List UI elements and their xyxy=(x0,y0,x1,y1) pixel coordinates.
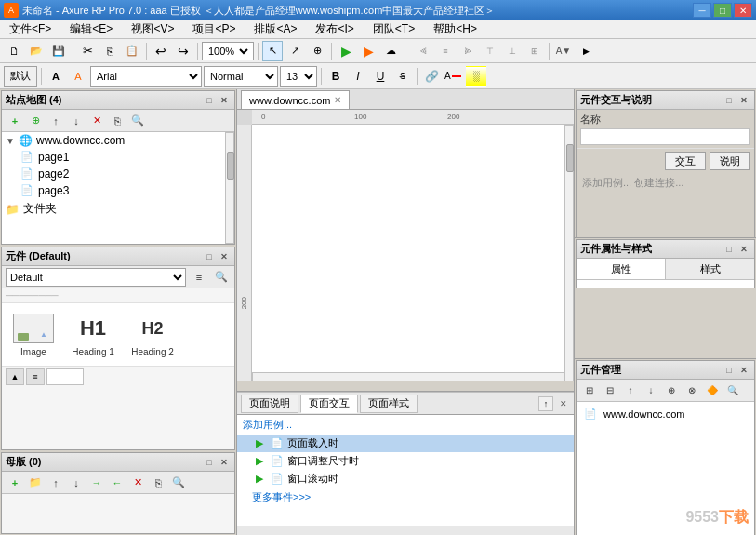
paste-button[interactable]: 📋 xyxy=(122,41,142,61)
mgmt-btn-4[interactable]: ↓ xyxy=(642,381,660,400)
widget-extra-3[interactable]: ___ xyxy=(46,368,84,385)
props-tab-attrs[interactable]: 属性 xyxy=(577,259,666,279)
font-select[interactable]: Arial xyxy=(90,66,202,87)
master-move-up-btn[interactable]: ↑ xyxy=(46,474,65,492)
canvas-drawing-area[interactable] xyxy=(252,125,574,381)
menu-team[interactable]: 团队<T> xyxy=(367,20,420,39)
save-button[interactable]: 💾 xyxy=(48,41,69,61)
redo-button[interactable]: ↪ xyxy=(173,41,193,61)
copy-button[interactable]: ⎘ xyxy=(99,41,120,61)
align-right[interactable]: ⫸ xyxy=(458,41,478,61)
font-color-btn[interactable]: A xyxy=(444,66,464,87)
mgmt-btn-7[interactable]: 🔶 xyxy=(703,381,722,400)
mgmt-btn-3[interactable]: ↑ xyxy=(621,381,640,400)
maximize-button[interactable]: □ xyxy=(713,3,732,18)
sitemap-scrollbar[interactable] xyxy=(225,132,234,244)
close-button[interactable]: ✕ xyxy=(734,3,752,18)
event-page-load[interactable]: ▶ 📄 页面载入时 xyxy=(237,435,574,452)
tab-page-interaction[interactable]: 页面交互 xyxy=(300,395,358,413)
event-window-scroll[interactable]: ▶ 📄 窗口滚动时 xyxy=(237,470,574,488)
connection-tool[interactable]: ↗ xyxy=(285,41,305,61)
widget-lib-select[interactable]: Default xyxy=(6,268,186,287)
sitemap-search-btn[interactable]: 🔍 xyxy=(128,112,147,130)
open-button[interactable]: 📂 xyxy=(26,41,46,61)
publish-button[interactable]: ▶ xyxy=(358,41,378,61)
bottom-panel-close[interactable]: ✕ xyxy=(557,397,570,410)
more-events-link[interactable]: 更多事件>>> xyxy=(237,488,574,507)
mgmt-btn-6[interactable]: ⊗ xyxy=(683,381,701,400)
preview-button[interactable]: ▶ xyxy=(336,41,356,61)
master-move-down-btn[interactable]: ↓ xyxy=(67,474,86,492)
menu-publish[interactable]: 发布<I> xyxy=(310,20,359,39)
text-style-btn[interactable]: A▼ xyxy=(553,41,574,61)
sitemap-expand-btn[interactable]: □ xyxy=(203,94,216,107)
widget-extra-2[interactable]: ≡ xyxy=(26,368,45,385)
master-close-btn[interactable]: ✕ xyxy=(218,456,231,469)
comp-mgmt-expand-btn[interactable]: □ xyxy=(723,364,736,377)
tab-page-note[interactable]: 页面说明 xyxy=(241,395,298,413)
link-button[interactable]: 🔗 xyxy=(421,66,442,87)
align-top[interactable]: ⊤ xyxy=(480,41,500,61)
master-add-folder-btn[interactable]: 📁 xyxy=(26,474,45,492)
menu-help[interactable]: 帮助<H> xyxy=(428,20,483,39)
widget-image[interactable]: Image xyxy=(6,307,61,362)
canvas-scrollbar-h[interactable] xyxy=(252,372,564,381)
sitemap-add-child-btn[interactable]: ⊕ xyxy=(26,112,45,130)
minimize-button[interactable]: ─ xyxy=(693,3,711,18)
master-expand-btn[interactable]: □ xyxy=(203,456,216,469)
strikethrough-button[interactable]: S̶ xyxy=(392,66,413,87)
master-search-btn[interactable]: 🔍 xyxy=(169,474,188,492)
widget-search-btn[interactable]: 🔍 xyxy=(212,268,231,287)
comp-props-expand-btn[interactable]: □ xyxy=(723,243,736,256)
zoom-control[interactable]: 100% 50% 75% 125% 150% xyxy=(202,42,254,60)
sitemap-move-up-btn[interactable]: ↑ xyxy=(46,112,65,130)
canvas-tab-close[interactable]: ✕ xyxy=(334,95,341,105)
comp-props-close-btn[interactable]: ✕ xyxy=(737,243,750,256)
menu-project[interactable]: 项目<P> xyxy=(187,20,241,39)
comp-mgmt-close-btn[interactable]: ✕ xyxy=(737,364,750,377)
cut-button[interactable]: ✂ xyxy=(77,41,98,61)
widgets-close-btn[interactable]: ✕ xyxy=(218,250,231,263)
menu-view[interactable]: 视图<V> xyxy=(126,20,179,39)
tree-root[interactable]: ▼ 🌐 www.downcc.com xyxy=(2,132,234,149)
mgmt-btn-2[interactable]: ⊟ xyxy=(601,381,619,400)
tree-page1[interactable]: 📄 page1 xyxy=(2,149,234,166)
tree-folder[interactable]: 📁 文件夹 xyxy=(2,199,234,219)
component-name-input[interactable] xyxy=(580,128,750,145)
master-delete-btn[interactable]: ✕ xyxy=(128,474,147,492)
menu-edit[interactable]: 编辑<E> xyxy=(64,20,118,39)
undo-button[interactable]: ↩ xyxy=(151,41,171,61)
italic-button[interactable]: I xyxy=(348,66,368,87)
sitemap-duplicate-btn[interactable]: ⎘ xyxy=(108,112,126,130)
mgmt-btn-1[interactable]: ⊞ xyxy=(580,381,599,400)
bottom-panel-expand[interactable]: ↑ xyxy=(538,396,553,411)
menu-file[interactable]: 文件<F> xyxy=(4,20,57,39)
widget-menu-btn[interactable]: ≡ xyxy=(190,268,208,287)
widget-heading2[interactable]: H2 Heading 2 xyxy=(125,307,180,362)
crop-tool[interactable]: ⊕ xyxy=(307,41,327,61)
add-use-case-hint[interactable]: 添加用例... xyxy=(237,415,574,435)
zoom-select[interactable]: 100% 50% 75% 125% 150% xyxy=(205,45,251,58)
sitemap-move-down-btn[interactable]: ↓ xyxy=(67,112,86,130)
align-left[interactable]: ⫷ xyxy=(413,41,433,61)
menu-arrange[interactable]: 排版<A> xyxy=(248,20,302,39)
select-tool[interactable]: ↖ xyxy=(262,41,283,61)
distribute[interactable]: ⊞ xyxy=(524,41,545,61)
default-style-button[interactable]: 默认 xyxy=(4,66,37,87)
new-button[interactable]: 🗋 xyxy=(4,41,24,61)
note-button[interactable]: 说明 xyxy=(710,152,750,170)
mgmt-item-root[interactable]: 📄 www.downcc.com xyxy=(580,406,750,421)
event-window-resize[interactable]: ▶ 📄 窗口调整尺寸时 xyxy=(237,452,574,470)
master-add-btn[interactable]: + xyxy=(6,474,24,492)
props-tab-style[interactable]: 样式 xyxy=(666,259,754,279)
align-middle[interactable]: ⊥ xyxy=(502,41,523,61)
master-duplicate-btn[interactable]: ⎘ xyxy=(149,474,167,492)
canvas-tab-main[interactable]: www.downcc.com ✕ xyxy=(241,90,350,109)
interact-button[interactable]: 交互 xyxy=(665,152,706,170)
tree-page3[interactable]: 📄 page3 xyxy=(2,182,234,199)
mgmt-btn-5[interactable]: ⊕ xyxy=(662,381,681,400)
tree-page2[interactable]: 📄 page2 xyxy=(2,166,234,182)
toolbar-expand[interactable]: ▶ xyxy=(576,41,596,61)
comp-int-expand-btn[interactable]: □ xyxy=(723,94,736,107)
sitemap-delete-btn[interactable]: ✕ xyxy=(87,112,106,130)
